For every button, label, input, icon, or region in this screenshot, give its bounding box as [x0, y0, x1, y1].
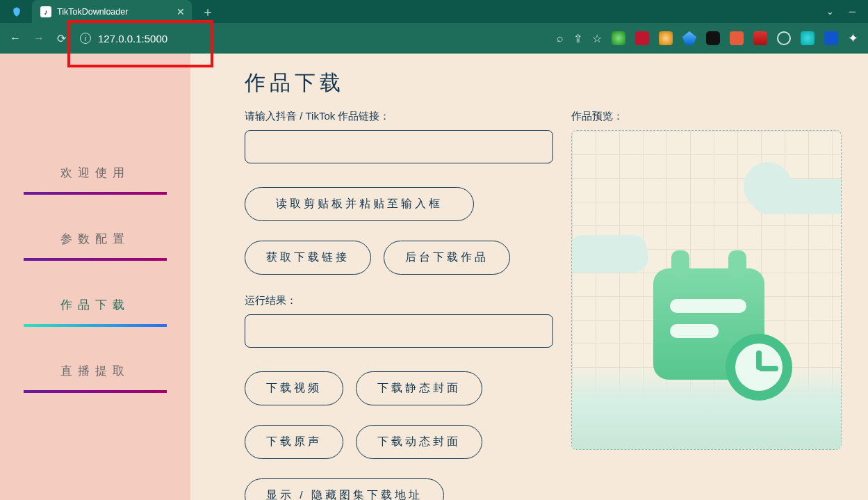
paste-clipboard-button[interactable]: 读取剪贴板并粘贴至输入框 — [245, 187, 474, 221]
share-icon[interactable]: ⇪ — [573, 32, 582, 45]
reload-icon[interactable]: ⟳ — [57, 32, 66, 45]
sidebar-item-welcome[interactable]: 欢迎使用 — [24, 165, 167, 195]
tab-title: TikTokDownloader — [57, 7, 171, 17]
preview-column: 作品预览： — [571, 110, 842, 500]
extension-icon-4[interactable] — [682, 31, 696, 45]
url-input[interactable] — [245, 130, 553, 163]
bookmark-icon[interactable]: ☆ — [592, 32, 602, 45]
download-audio-button[interactable]: 下载原声 — [245, 425, 343, 459]
extension-icon-6[interactable] — [730, 31, 744, 45]
sidebar-item-label: 参数配置 — [60, 232, 130, 245]
back-icon[interactable]: ← — [10, 32, 21, 45]
browser-titlebar: ♪ TikTokDownloader ✕ ＋ ⌄ ─ — [0, 0, 868, 23]
page-title: 作品下载 — [245, 69, 842, 97]
window-icon — [7, 2, 26, 22]
browser-toolbar: ← → ⟳ i 127.0.0.1:5000 ⌕ ⇪ ☆ ✦ — [0, 23, 868, 54]
url-input-label: 请输入抖音 / TikTok 作品链接： — [245, 110, 553, 123]
extension-icon-10[interactable] — [824, 31, 838, 45]
extension-icon-3[interactable] — [659, 31, 673, 45]
extension-icon-1[interactable] — [612, 31, 625, 45]
background-download-button[interactable]: 后台下载作品 — [384, 241, 510, 275]
chevron-down-icon[interactable]: ⌄ — [826, 6, 834, 17]
cloud-illustration — [571, 242, 648, 273]
sidebar-item-live[interactable]: 直播提取 — [24, 363, 167, 393]
preview-label: 作品预览： — [571, 110, 842, 123]
extension-icon-9[interactable] — [801, 31, 814, 45]
window-controls: ⌄ ─ — [826, 6, 868, 17]
toolbar-right: ⌕ ⇪ ☆ ✦ — [557, 31, 858, 46]
get-link-button[interactable]: 获取下载链接 — [245, 241, 371, 275]
url-text: 127.0.0.1:5000 — [98, 33, 167, 45]
sidebar-item-config[interactable]: 参数配置 — [24, 231, 167, 261]
browser-tab[interactable]: ♪ TikTokDownloader ✕ — [32, 0, 192, 23]
search-icon[interactable]: ⌕ — [557, 32, 564, 45]
download-dynamic-cover-button[interactable]: 下载动态封面 — [356, 425, 482, 459]
result-output[interactable] — [245, 314, 553, 348]
cloud-illustration — [744, 162, 792, 211]
page-body: 欢迎使用 参数配置 作品下载 直播提取 作品下载 请输入抖音 / TikTok … — [0, 54, 868, 500]
sidebar-item-download[interactable]: 作品下载 — [24, 297, 167, 327]
extension-icon-2[interactable] — [635, 31, 649, 45]
extensions-icon[interactable]: ✦ — [848, 31, 858, 46]
download-video-button[interactable]: 下载视频 — [245, 371, 343, 405]
tab-favicon: ♪ — [40, 6, 51, 17]
tab-strip: ♪ TikTokDownloader ✕ ＋ — [0, 0, 214, 23]
result-label: 运行结果： — [245, 294, 553, 307]
minimize-icon[interactable]: ─ — [849, 6, 855, 17]
sidebar: 欢迎使用 参数配置 作品下载 直播提取 — [0, 54, 190, 500]
toggle-gallery-button[interactable]: 显示 / 隐藏图集下载地址 — [245, 478, 444, 500]
form-column: 请输入抖音 / TikTok 作品链接： 读取剪贴板并粘贴至输入框 获取下载链接… — [245, 110, 553, 500]
forward-icon[interactable]: → — [33, 32, 44, 45]
address-bar[interactable]: i 127.0.0.1:5000 — [74, 33, 167, 45]
new-tab-button[interactable]: ＋ — [202, 3, 214, 20]
extension-icon-5[interactable] — [706, 31, 720, 45]
info-icon[interactable]: i — [80, 33, 91, 44]
sidebar-item-label: 作品下载 — [60, 298, 130, 312]
clock-icon — [726, 334, 792, 401]
extension-icon-7[interactable] — [753, 31, 767, 45]
sidebar-item-label: 直播提取 — [60, 364, 130, 378]
extension-icon-8[interactable] — [777, 31, 791, 45]
sidebar-item-label: 欢迎使用 — [60, 166, 130, 179]
close-icon[interactable]: ✕ — [177, 6, 185, 17]
download-static-cover-button[interactable]: 下载静态封面 — [356, 371, 482, 405]
preview-box — [571, 130, 842, 450]
main-content: 作品下载 请输入抖音 / TikTok 作品链接： 读取剪贴板并粘贴至输入框 获… — [190, 54, 868, 500]
